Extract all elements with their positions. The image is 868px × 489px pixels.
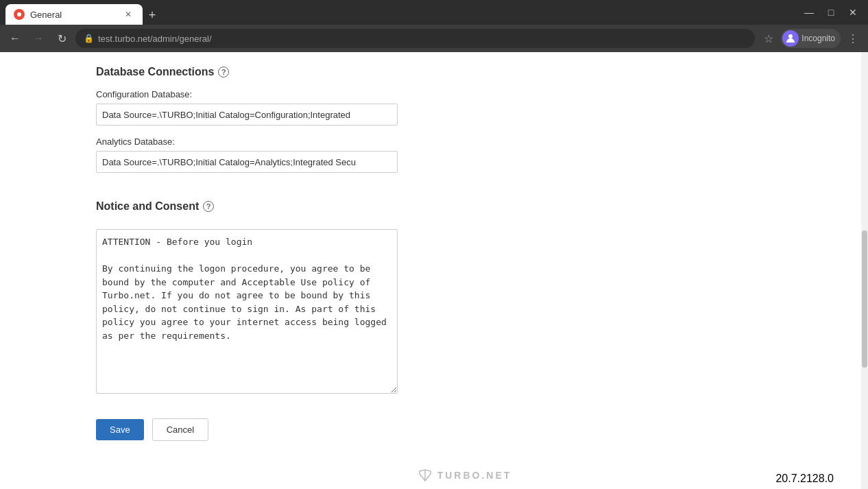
turbo-logo-icon	[418, 468, 432, 482]
profile-area[interactable]: Incognito	[781, 29, 841, 48]
database-connections-section: Database Connections ?	[96, 66, 834, 78]
save-button[interactable]: Save	[96, 419, 144, 440]
forward-button[interactable]: →	[29, 29, 48, 48]
scrollbar-thumb[interactable]	[862, 230, 867, 368]
svg-point-0	[788, 34, 793, 38]
footer-area: TURBO.NET 20.7.2128.0	[96, 468, 834, 485]
tab-bar: General ✕ +	[5, 0, 794, 25]
notice-consent-section: Notice and Consent ?	[96, 200, 834, 396]
tab-title: General	[30, 10, 117, 20]
maximize-button[interactable]: □	[821, 3, 841, 22]
close-button[interactable]: ✕	[843, 3, 863, 22]
profile-icon	[782, 30, 799, 47]
active-tab[interactable]: General ✕	[5, 4, 143, 25]
tab-close-button[interactable]: ✕	[122, 8, 134, 21]
button-row: Save Cancel	[96, 418, 834, 441]
configuration-label: Configuration Database:	[96, 89, 834, 99]
address-actions: ☆ Incognito ⋮	[759, 29, 863, 48]
back-button[interactable]: ←	[5, 29, 25, 48]
version-text: 20.7.2128.0	[775, 473, 834, 484]
url-text: test.turbo.net/admin/general/	[98, 34, 212, 44]
tab-favicon	[14, 9, 25, 20]
footer-logo-text: TURBO.NET	[437, 470, 512, 481]
database-connections-help-icon[interactable]: ?	[218, 67, 229, 77]
notice-consent-help-icon[interactable]: ?	[203, 201, 214, 212]
address-bar: ← → ↻ 🔒 test.turbo.net/admin/general/ ☆ …	[0, 25, 868, 52]
profile-label: Incognito	[801, 34, 835, 43]
database-connections-title: Database Connections	[96, 66, 214, 78]
minimize-button[interactable]: —	[799, 3, 819, 22]
footer-center: TURBO.NET	[418, 468, 512, 485]
notice-consent-title-row: Notice and Consent ?	[96, 200, 834, 213]
footer-version: 20.7.2128.0	[775, 473, 834, 485]
notice-consent-title: Notice and Consent	[96, 200, 199, 213]
reload-button[interactable]: ↻	[52, 29, 71, 48]
analytics-input[interactable]	[96, 151, 398, 173]
title-bar: General ✕ + — □ ✕	[0, 0, 868, 25]
main-area: Database Connections ? Configuration Dat…	[0, 52, 861, 489]
page-content: Database Connections ? Configuration Dat…	[0, 52, 868, 489]
scrollbar[interactable]	[861, 52, 868, 489]
footer-logo: TURBO.NET	[418, 468, 512, 482]
new-tab-button[interactable]: +	[143, 5, 162, 25]
window-controls: — □ ✕	[799, 3, 863, 22]
lock-icon: 🔒	[84, 34, 94, 43]
url-bar[interactable]: 🔒 test.turbo.net/admin/general/	[75, 29, 755, 48]
analytics-label: Analytics Database:	[96, 136, 834, 147]
bookmark-button[interactable]: ☆	[759, 29, 778, 48]
notice-textarea[interactable]	[96, 229, 398, 394]
cancel-button[interactable]: Cancel	[152, 418, 208, 441]
configuration-input[interactable]	[96, 104, 398, 126]
menu-button[interactable]: ⋮	[843, 29, 863, 48]
